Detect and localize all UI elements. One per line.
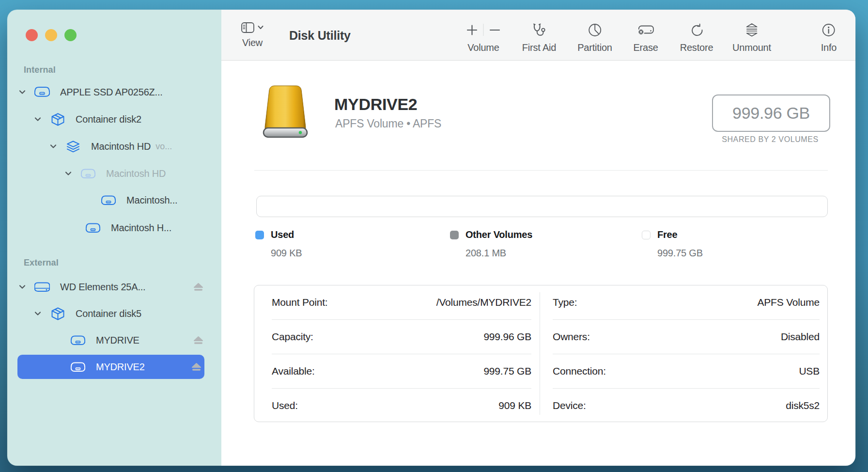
legend-free-value: 999.75 GB [657,248,703,259]
volume-button[interactable]: Volume [467,22,500,53]
info-button[interactable]: Info [821,22,837,53]
legend-label: Free [657,229,677,240]
plus-icon[interactable] [467,25,478,35]
sidebar-item-label: Macintosh... [126,195,177,206]
chevron-down-icon[interactable] [50,144,57,149]
pie-chart-icon [588,23,602,37]
chevron-down-icon[interactable] [19,284,26,289]
volume-title: MYDRIVE2 [334,95,417,114]
usage-bar [256,196,828,217]
detail-row: Capacity: 999.96 GB [254,320,540,354]
zoom-window-button[interactable] [64,29,77,41]
volume-icon [100,195,117,206]
detail-label: Capacity: [272,331,313,343]
sidebar-item-macintosh-hd-group[interactable]: Macintosh HD vo... [7,136,221,157]
volume-subtitle: APFS Volume • APFS [335,117,441,130]
container-box-icon [49,113,66,126]
detail-label: Owners: [553,331,590,343]
sidebar-item-label: MYDRIVE2 [96,362,145,373]
sidebar-item-macintosh-hd-child[interactable]: Macintosh... [7,189,221,211]
first-aid-button[interactable]: First Aid [522,22,556,53]
details-card: Mount Point: /Volumes/MYDRIVE2 Capacity:… [254,285,828,422]
chevron-down-icon [258,26,264,30]
volume-label: Volume [467,42,499,53]
sidebar-item-label: WD Elements 25A... [60,282,145,293]
partition-button[interactable]: Partition [577,22,612,53]
internal-disk-icon [34,86,50,98]
sidebar-item-container-disk5[interactable]: Container disk5 [7,303,221,324]
window-title: Disk Utility [289,29,351,43]
chevron-down-icon[interactable] [65,171,72,176]
sidebar-item-label: Container disk2 [76,114,141,125]
info-icon [822,23,836,37]
minimize-window-button[interactable] [45,29,57,41]
free-swatch [642,231,651,239]
view-label: View [242,37,263,48]
restore-label: Restore [680,42,713,53]
close-window-button[interactable] [26,29,38,41]
restore-button[interactable]: Restore [680,22,713,53]
detail-value: 999.96 GB [483,331,531,343]
chevron-down-icon[interactable] [19,90,26,94]
erase-button[interactable]: Erase [633,22,658,53]
external-disk-icon [34,282,50,293]
sidebar-item-label: Macintosh HD [91,141,151,152]
container-box-icon [49,307,66,320]
detail-row: Connection: USB [540,354,827,388]
view-button[interactable]: View [235,22,270,48]
detail-value: disk5s2 [786,400,820,411]
sidebar-item-label: Container disk5 [76,308,141,319]
unmount-button[interactable]: Unmount [732,22,771,53]
sidebar-item-label: APPLE SSD AP0256Z... [60,87,163,98]
detail-label: Type: [553,297,577,308]
detail-row: Used: 909 KB [254,389,540,423]
sidebar-item-apple-ssd[interactable]: APPLE SSD AP0256Z... [7,81,221,103]
minus-icon[interactable] [490,25,500,35]
volume-icon [80,168,96,179]
detail-value: APFS Volume [757,297,820,308]
eject-icon[interactable] [191,363,202,371]
chevron-down-icon[interactable] [34,311,41,316]
shared-volumes-note: SHARED BY 2 VOLUMES [712,135,828,144]
detail-row: Type: APFS Volume [540,285,827,319]
eject-icon[interactable] [193,283,203,291]
sidebar-item-mydrive2-selected[interactable]: MYDRIVE2 [17,355,204,379]
restore-arrow-icon [690,23,703,37]
sidebar-item-label: Macintosh H... [111,222,171,234]
sidebar-item-mydrive[interactable]: MYDRIVE [7,330,221,351]
other-volumes-swatch [450,231,459,239]
legend-label: Other Volumes [465,229,532,240]
detail-label: Device: [553,400,586,411]
capacity-badge: 999.96 GB [712,94,830,132]
external-drive-icon [256,85,315,139]
sidebar-item-suffix: vo... [155,142,172,152]
erase-disk-icon [637,23,654,36]
sidebar-item-label: MYDRIVE [96,335,140,346]
sidebar-section-internal: Internal [24,65,56,75]
sidebar-item-macintosh-hd[interactable]: Macintosh HD [7,163,221,184]
legend-used: Used [255,229,294,240]
legend-label: Used [271,229,294,240]
toolbar: View Disk Utility Volume [221,10,855,61]
details-right-column: Type: APFS Volume Owners: Disabled Conne… [540,285,827,422]
divider [483,24,484,36]
desktop: Internal APPLE SSD AP0256Z... Container … [0,0,868,472]
main-panel: View Disk Utility Volume [221,10,855,466]
unmount-stack-icon [745,22,758,38]
legend-other-volumes-value: 208.1 MB [465,248,506,259]
details-left-column: Mount Point: /Volumes/MYDRIVE2 Capacity:… [254,285,540,422]
sidebar-section-external: External [24,258,59,268]
sidebar-item-wd-elements[interactable]: WD Elements 25A... [7,276,221,298]
unmount-label: Unmount [732,42,771,53]
detail-row: Owners: Disabled [540,320,827,354]
stethoscope-icon [532,23,546,37]
detail-row: Mount Point: /Volumes/MYDRIVE2 [254,285,540,319]
sidebar-item-macintosh-hd-data[interactable]: Macintosh H... [7,217,221,238]
eject-icon[interactable] [193,336,203,345]
chevron-down-icon[interactable] [34,117,41,122]
sidebar-item-container-disk2[interactable]: Container disk2 [7,109,221,130]
disk-utility-window: Internal APPLE SSD AP0256Z... Container … [7,10,855,466]
volume-group-icon [65,141,81,153]
volume-icon [70,335,86,346]
first-aid-label: First Aid [522,42,556,53]
